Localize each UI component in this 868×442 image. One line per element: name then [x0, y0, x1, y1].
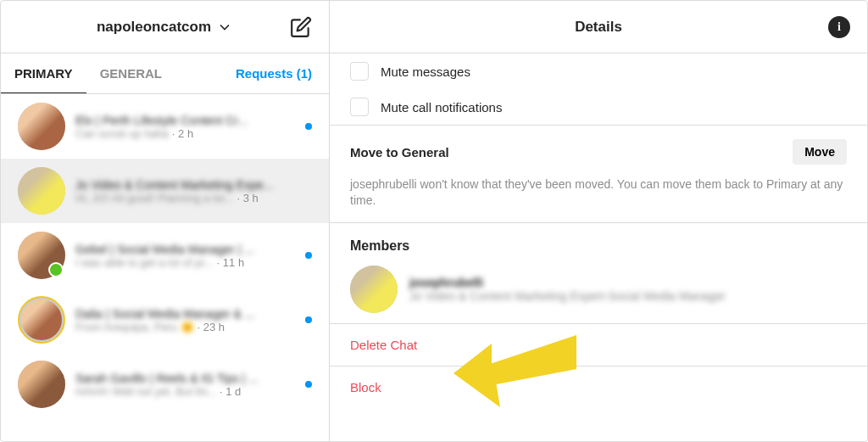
- username: napoleoncatcom: [97, 19, 211, 36]
- move-title: Move to General: [350, 145, 449, 159]
- unread-dot-icon: [305, 252, 312, 259]
- conversation-time: · 3 h: [236, 192, 258, 204]
- conversation-name: Dalia | Social Media Manager & ...: [75, 307, 298, 321]
- left-header: napoleoncatcom: [1, 1, 329, 53]
- block-action[interactable]: Block: [330, 366, 867, 408]
- mute-calls-checkbox[interactable]: [350, 98, 369, 116]
- conversation-item[interactable]: Sarah Gavillo | Reels & IG Tips | ... HA…: [1, 352, 329, 417]
- conversation-preview: From Arequipa, Peru 🌞: [75, 321, 194, 333]
- tabs-bar: PRIMARY GENERAL Requests (1): [1, 53, 329, 94]
- username-switcher[interactable]: napoleoncatcom: [97, 19, 233, 36]
- info-icon[interactable]: i: [828, 16, 850, 38]
- mute-messages-label: Mute messages: [381, 64, 470, 79]
- conversation-time: · 2 h: [172, 127, 193, 140]
- tab-general[interactable]: GENERAL: [86, 54, 175, 92]
- chevron-down-icon: [216, 19, 233, 36]
- unread-dot-icon: [305, 381, 312, 388]
- avatar: [18, 296, 65, 344]
- avatar: [18, 103, 65, 150]
- member-row[interactable]: josephrubelli Jo Video & Content Marketi…: [350, 266, 847, 313]
- right-panel: Details i Mute messages Mute call notifi…: [330, 1, 867, 441]
- member-fullname: Jo Video & Content Marketing Expert·Soci…: [409, 289, 847, 303]
- conversation-time: · 11 h: [217, 256, 245, 269]
- conversation-time: · 1 d: [220, 385, 241, 398]
- conversation-name: Elo | Perth Lifestyle Content Cr...: [75, 114, 298, 127]
- details-title: Details: [575, 19, 622, 36]
- unread-dot-icon: [305, 316, 312, 323]
- avatar: [18, 361, 65, 408]
- tab-primary[interactable]: PRIMARY: [1, 54, 86, 93]
- conversation-list: Elo | Perth Lifestyle Content Cr... Can …: [1, 94, 329, 441]
- conversation-item[interactable]: Elo | Perth Lifestyle Content Cr... Can …: [1, 94, 329, 159]
- avatar: [18, 167, 65, 215]
- conversation-item[interactable]: Gebel | Social Media Manager | ... I was…: [1, 223, 329, 288]
- right-header: Details i: [330, 1, 867, 53]
- conversation-preview: I was able to get a lot of pr...: [75, 256, 214, 269]
- conversation-item[interactable]: Dalia | Social Media Manager & ... From …: [1, 288, 329, 352]
- mute-calls-label: Mute call notifications: [381, 100, 502, 115]
- mute-messages-row: Mute messages: [330, 53, 867, 89]
- conversation-preview: Can scrub up haha: [75, 127, 169, 140]
- avatar: [18, 232, 65, 279]
- move-button[interactable]: Move: [793, 139, 847, 165]
- conversation-item[interactable]: Jo Video & Content Marketing Expe... Hi,…: [1, 159, 329, 223]
- conversation-name: Jo Video & Content Marketing Expe...: [75, 178, 312, 192]
- unread-dot-icon: [305, 123, 312, 130]
- member-username: josephrubelli: [409, 276, 847, 289]
- mute-calls-row: Mute call notifications: [330, 89, 867, 125]
- conversation-name: Gebel | Social Media Manager | ...: [75, 243, 298, 256]
- members-section: Members josephrubelli Jo Video & Content…: [330, 223, 867, 323]
- delete-chat-action[interactable]: Delete Chat: [330, 323, 867, 366]
- compose-button[interactable]: [290, 16, 312, 38]
- left-panel: napoleoncatcom PRIMARY GENERAL Requests …: [1, 1, 330, 441]
- conversation-name: Sarah Gavillo | Reels & IG Tips | ...: [75, 372, 298, 385]
- move-description: josephrubelli won't know that they've be…: [350, 176, 847, 209]
- mute-messages-checkbox[interactable]: [350, 62, 369, 81]
- conversation-time: · 23 h: [198, 321, 225, 333]
- members-title: Members: [350, 238, 847, 254]
- conversation-preview: Hi, JO! All good! Planning a lot...: [75, 192, 233, 204]
- compose-icon: [290, 16, 312, 38]
- tab-requests[interactable]: Requests (1): [236, 66, 329, 81]
- conversation-preview: HAHA! Well not yet. But thi...: [75, 385, 216, 398]
- move-section: Move to General Move josephrubelli won't…: [330, 125, 867, 223]
- avatar: [350, 266, 398, 313]
